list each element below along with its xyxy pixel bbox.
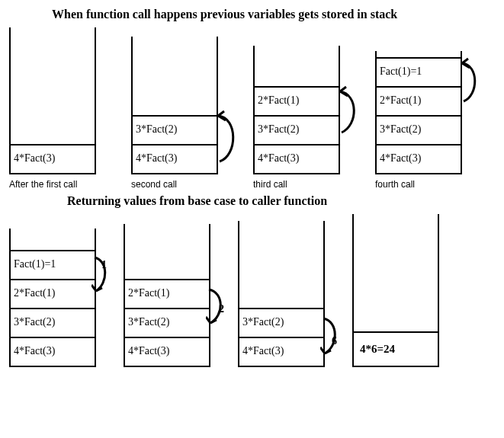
stack-pop-4: 4*6=24 [352,214,439,367]
push-arrow-icon [459,57,482,107]
stack-frame: 3*Fact(2) [124,308,210,338]
pop-row: Fact(1)=1 2*Fact(1) 3*Fact(2) 4*Fact(3) … [6,214,498,367]
return-value: 6 [332,335,337,347]
stack-frame: 4*Fact(3) [9,337,96,367]
caption-1: After the first call [9,179,96,190]
stack-push-4: Fact(1)=1 2*Fact(1) 3*Fact(2) 4*Fact(3) [375,51,462,174]
return-value: 2 [219,303,224,315]
stack-push-3: 2*Fact(1) 3*Fact(2) 4*Fact(3) [253,46,340,174]
push-col-1: 4*Fact(3) After the first call [9,27,96,190]
stack-frame: 2*Fact(1) [253,86,340,117]
stack-frame: 3*Fact(2) [9,308,96,338]
stack-frame: 4*Fact(3) [253,144,340,174]
stack-pop-3: 3*Fact(2) 4*Fact(3) 6 [238,221,325,367]
stack-frame: 3*Fact(2) [375,115,462,145]
stack-pop-2: 2*Fact(1) 3*Fact(2) 4*Fact(3) 2 [124,224,210,367]
stack-pop-1: Fact(1)=1 2*Fact(1) 3*Fact(2) 4*Fact(3) … [9,229,96,367]
stack-frame: 3*Fact(2) [238,308,325,338]
stack-frame-result: 4*6=24 [352,331,439,367]
stack-frame: 4*Fact(3) [9,144,96,174]
push-col-4: Fact(1)=1 2*Fact(1) 3*Fact(2) 4*Fact(3) … [375,51,462,190]
push-arrow-icon [215,110,241,169]
pop-title: Returning values from base case to calle… [67,194,498,208]
stack-push-2: 3*Fact(2) 4*Fact(3) [131,37,218,174]
stack-frame: 3*Fact(2) [253,115,340,145]
stack-frame: 2*Fact(1) [375,86,462,117]
stack-frame: Fact(1)=1 [9,250,96,280]
caption-4: fourth call [375,179,462,190]
stack-frame: 2*Fact(1) [124,279,210,309]
stack-frame: 4*Fact(3) [375,144,462,174]
pop-col-4: 4*6=24 [352,214,439,367]
stack-frame: 4*Fact(3) [124,337,210,367]
push-col-2: 3*Fact(2) 4*Fact(3) second call [131,37,218,190]
return-value: 1 [101,259,107,271]
caption-3: third call [253,179,340,190]
push-col-3: 2*Fact(1) 3*Fact(2) 4*Fact(3) third call [253,46,340,190]
push-row: 4*Fact(3) After the first call 3*Fact(2)… [6,27,498,190]
stack-frame: 4*Fact(3) [131,144,218,174]
pop-col-3: 3*Fact(2) 4*Fact(3) 6 [238,221,325,367]
pop-col-1: Fact(1)=1 2*Fact(1) 3*Fact(2) 4*Fact(3) … [9,229,96,367]
pop-col-2: 2*Fact(1) 3*Fact(2) 4*Fact(3) 2 [124,224,210,367]
stack-frame: Fact(1)=1 [375,57,462,88]
stack-push-1: 4*Fact(3) [9,27,96,174]
push-arrow-icon [337,85,361,139]
return-arrow-icon [320,314,342,358]
stack-frame: 2*Fact(1) [9,279,96,309]
push-title: When function call happens previous vari… [52,8,498,21]
stack-frame: 3*Fact(2) [131,115,218,145]
caption-2: second call [131,179,218,190]
stack-frame: 4*Fact(3) [238,337,325,367]
